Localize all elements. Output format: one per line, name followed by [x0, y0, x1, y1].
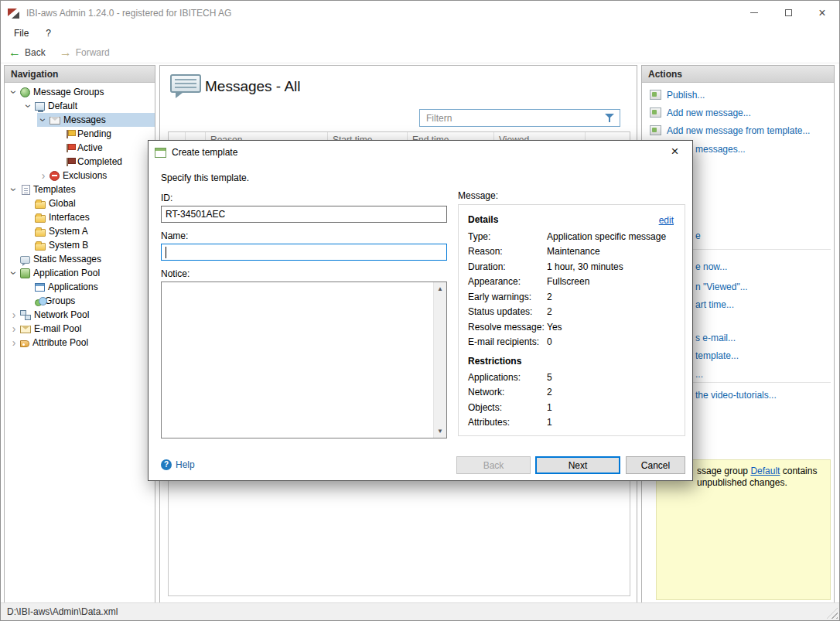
help-icon: ?: [161, 459, 172, 470]
tree-item-system-b[interactable]: System B: [5, 238, 155, 252]
help-label: Help: [176, 459, 195, 470]
detail-row: Applications:5: [468, 370, 675, 385]
action-link-fragment[interactable]: ...: [695, 369, 703, 380]
id-input[interactable]: [161, 206, 447, 223]
dialog-title-bar: Create template: [149, 141, 692, 164]
maximize-button[interactable]: [771, 1, 805, 25]
action-link-fragment[interactable]: template...: [695, 350, 739, 361]
action-link-fragment[interactable]: the video-tutorials...: [695, 390, 777, 401]
expand-arrow[interactable]: ›: [8, 337, 20, 348]
tree-item-network-pool[interactable]: ›Network Pool: [5, 308, 155, 322]
action-link-fragment[interactable]: messages...: [695, 144, 746, 155]
close-button[interactable]: ×: [805, 1, 839, 25]
action-link-fragment[interactable]: art time...: [695, 299, 734, 310]
menu-file[interactable]: File: [5, 26, 37, 40]
tree-item-attribute-pool[interactable]: ›Attribute Pool: [5, 336, 155, 350]
scrollbar[interactable]: ▲ ▼: [433, 282, 446, 438]
tree-item-global[interactable]: Global: [5, 196, 155, 210]
tree-item-inner: ›E-mail Pool: [8, 322, 155, 336]
detail-label: Applications:: [468, 372, 547, 383]
tree-item-label: Interfaces: [46, 212, 93, 223]
scroll-down-icon[interactable]: ▼: [434, 425, 446, 438]
expand-arrow[interactable]: ›: [9, 267, 19, 279]
default-group-link[interactable]: Default: [750, 466, 780, 476]
action-item-icon: [650, 125, 661, 135]
menu-help[interactable]: ?: [37, 26, 60, 40]
tree-item-active[interactable]: Active: [5, 141, 155, 155]
static-messages-icon: [20, 256, 30, 264]
tree-item-message-groups[interactable]: ›Message Groups: [5, 85, 155, 99]
detail-value: 1: [547, 417, 552, 428]
resize-grip[interactable]: [827, 608, 838, 619]
notice-text: ssage group Default contains unpublished…: [697, 466, 830, 489]
window-title: IBI-aws Admin 1.24.0 - registered for IB…: [26, 8, 737, 19]
tree-item-inner: System A: [22, 224, 155, 238]
tree-item-inner: Applications: [22, 280, 155, 294]
action-add-new-message[interactable]: Add new message...: [642, 104, 834, 121]
expand-arrow[interactable]: ›: [37, 170, 50, 181]
templates-icon: [22, 185, 30, 195]
notice-textarea[interactable]: ▲ ▼: [161, 281, 447, 438]
create-template-dialog: Create template × Specify this template.…: [148, 140, 693, 481]
detail-row: Attributes:1: [468, 415, 675, 431]
messages-icon: [50, 117, 60, 125]
tree-item-interfaces[interactable]: Interfaces: [5, 210, 155, 224]
detail-row: Duration:1 hour, 30 minutes: [468, 259, 675, 275]
name-input-field[interactable]: [162, 244, 446, 260]
tree-item-inner: Active: [52, 141, 155, 155]
detail-label: Resolve message:: [468, 322, 547, 333]
tree-item-groups[interactable]: Groups: [5, 294, 155, 308]
tree-item-inner: ›Network Pool: [8, 308, 155, 322]
expand-arrow[interactable]: ›: [23, 100, 34, 112]
detail-row: Appearance:Fullscreen: [468, 275, 675, 290]
action-link-fragment[interactable]: s e-mail...: [695, 333, 736, 343]
expand-arrow[interactable]: ›: [8, 309, 20, 320]
applications-icon: [35, 283, 45, 292]
action-link-fragment[interactable]: e now...: [695, 261, 727, 272]
detail-label: Attributes:: [468, 417, 547, 428]
filter-funnel-icon[interactable]: [605, 113, 616, 124]
tree-item-completed[interactable]: Completed: [5, 155, 155, 169]
edit-link[interactable]: edit: [659, 215, 674, 226]
tree-item-templates[interactable]: ›Templates: [5, 183, 155, 196]
tree-item-messages[interactable]: ›Messages: [5, 113, 155, 127]
detail-value: Maintenance: [547, 246, 600, 257]
filter-input[interactable]: [420, 113, 605, 124]
tree-item-pending[interactable]: Pending: [5, 127, 155, 141]
completed-icon: [64, 157, 74, 167]
back-dialog-button[interactable]: Back: [456, 456, 531, 474]
action-link-label: Publish...: [667, 90, 705, 101]
action-add-new-message-from-template[interactable]: Add new message from template...: [642, 121, 834, 139]
name-input[interactable]: [161, 244, 447, 261]
folder-icon: [35, 201, 46, 209]
attribute-pool-icon: [20, 340, 29, 347]
tree-item-e-mail-pool[interactable]: ›E-mail Pool: [5, 322, 155, 336]
expand-arrow[interactable]: ›: [9, 183, 19, 196]
forward-button[interactable]: → Forward: [60, 47, 110, 58]
dialog-close-button[interactable]: ×: [657, 141, 692, 164]
tree-item-static-messages[interactable]: Static Messages: [5, 252, 155, 266]
tree-item-inner: Groups: [22, 294, 155, 308]
back-label: Back: [25, 47, 46, 58]
detail-value: Fullscreen: [547, 276, 589, 287]
action-publish[interactable]: Publish...: [642, 86, 834, 104]
back-button[interactable]: ← Back: [9, 47, 46, 58]
tree-item-inner: ›Messages: [37, 113, 155, 127]
expand-arrow[interactable]: ›: [8, 323, 20, 334]
tree-item-application-pool[interactable]: ›Application Pool: [5, 266, 155, 280]
help-link[interactable]: ? Help: [161, 459, 195, 470]
expand-arrow[interactable]: ›: [38, 114, 49, 126]
tree-item-exclusions[interactable]: ›Exclusions: [5, 169, 155, 183]
tree-item-system-a[interactable]: System A: [5, 224, 155, 238]
action-link-fragment[interactable]: e: [695, 230, 701, 241]
action-link-fragment[interactable]: n "Viewed"...: [695, 281, 748, 292]
minimize-button[interactable]: [737, 1, 771, 25]
tree-item-inner: Interfaces: [22, 210, 155, 224]
expand-arrow[interactable]: ›: [9, 86, 19, 98]
scroll-up-icon[interactable]: ▲: [434, 282, 446, 295]
next-button[interactable]: Next: [535, 456, 620, 474]
cancel-button[interactable]: Cancel: [626, 456, 685, 474]
tree-item-applications[interactable]: Applications: [5, 280, 155, 294]
close-icon: ×: [818, 7, 825, 19]
tree-item-default[interactable]: ›Default: [5, 99, 155, 113]
